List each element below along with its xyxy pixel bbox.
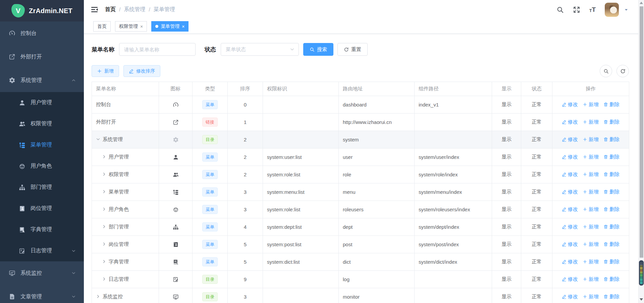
expand-row-icon[interactable] [102,277,106,281]
edit-row-link[interactable]: 修改 [562,136,578,143]
sidebar-item-monitor[interactable]: 系统监控 [0,261,84,285]
add-row-link[interactable]: 新增 [583,224,599,230]
scroll-down-icon[interactable] [640,298,643,301]
edit-row-link[interactable]: 修改 [562,171,578,178]
tab-menu-management[interactable]: 菜单管理 × [151,21,189,32]
sidebar-item-article[interactable]: 文章管理 [0,285,84,303]
add-row-link[interactable]: 新增 [583,294,599,300]
collapse-row-icon[interactable] [96,137,100,141]
edit-row-link[interactable]: 修改 [562,189,578,195]
add-row-link[interactable]: 新增 [583,101,599,108]
delete-row-link[interactable]: 删除 [603,259,620,265]
add-row-link[interactable]: 新增 [583,119,599,125]
component-cell: system/roleusers/index [415,201,492,218]
menu-name-cell: 字典管理 [109,259,129,264]
delete-row-link[interactable]: 删除 [603,154,620,160]
add-row-link[interactable]: 新增 [583,189,599,195]
edit-row-link[interactable]: 修改 [562,241,578,248]
menu-name-cell: 岗位管理 [109,241,129,247]
add-row-link[interactable]: 新增 [583,259,599,265]
delete-row-link[interactable]: 删除 [603,171,620,178]
sidebar-item-log[interactable]: 日志管理 [0,240,84,261]
expand-row-icon[interactable] [102,189,106,194]
edit-icon [562,294,567,299]
add-row-link[interactable]: 新增 [583,206,599,213]
scroll-up-icon[interactable] [640,2,643,4]
expand-row-icon[interactable] [102,172,106,176]
log-icon [173,276,179,283]
trash-icon [603,172,608,177]
app-logo[interactable]: V ZrAdmin.NET [0,0,84,21]
edit-row-link[interactable]: 修改 [562,294,578,300]
sidebar-item-dictionary[interactable]: 字典管理 [0,219,84,240]
delete-row-link[interactable]: 删除 [603,241,620,248]
add-row-link[interactable]: 新增 [583,276,599,283]
breadcrumb-home[interactable]: 首页 [105,6,116,13]
expand-row-icon[interactable] [96,294,100,299]
scrollbar-minimap-widget[interactable] [639,260,644,286]
show-search-button[interactable] [600,65,612,77]
delete-row-link[interactable]: 删除 [603,101,620,108]
user-avatar[interactable] [605,3,619,17]
add-row-link[interactable]: 新增 [583,241,599,248]
expand-row-icon[interactable] [102,242,106,246]
delete-row-link[interactable]: 删除 [603,294,620,300]
sidebar-item-gear[interactable]: 系统管理 [0,69,84,92]
edit-row-link[interactable]: 修改 [562,154,578,160]
log-icon [19,248,25,254]
window-scrollbar[interactable] [638,0,644,303]
search-button[interactable]: 搜索 [303,43,333,56]
sidebar-collapse-icon[interactable] [90,5,99,14]
menu-name-cell: 外部打开 [96,119,116,125]
font-size-icon[interactable]: TT [589,6,596,13]
add-button[interactable]: 新增 [92,65,119,77]
add-row-link[interactable]: 新增 [583,171,599,178]
chevron-down-icon[interactable] [624,7,629,12]
plus-icon [583,277,587,282]
trash-icon [603,259,608,264]
sidebar-item-org-chart[interactable]: 部门管理 [0,177,84,198]
sidebar-item-robot[interactable]: 用户角色 [0,156,84,177]
sidebar-item-external-link[interactable]: 外部打开 [0,45,84,69]
tab-home[interactable]: 首页 [93,21,111,32]
sidebar-item-user[interactable]: 用户管理 [0,92,84,113]
expand-row-icon[interactable] [102,259,106,264]
perms-cell: system:dict:list [263,253,339,271]
sort-edit-button[interactable]: 修改排序 [123,65,160,77]
delete-row-link[interactable]: 删除 [603,189,620,195]
edit-row-link[interactable]: 修改 [562,101,578,108]
status-select[interactable]: 菜单状态 [221,43,299,56]
expand-row-icon[interactable] [102,224,106,229]
delete-row-link[interactable]: 删除 [603,119,620,125]
search-icon[interactable] [556,6,564,13]
close-icon[interactable]: × [182,24,184,29]
sidebar-item-id-badge[interactable]: 岗位管理 [0,198,84,219]
tab-permission[interactable]: 权限管理 × [115,21,147,32]
column-header: 类型 [193,82,228,96]
scrollbar-thumb[interactable] [640,6,643,258]
column-header: 状态 [521,82,552,96]
sidebar-item-dashboard[interactable]: 控制台 [0,21,84,45]
fullscreen-icon[interactable] [573,6,580,13]
close-icon[interactable]: × [140,24,143,29]
expand-row-icon[interactable] [102,207,106,211]
delete-row-link[interactable]: 删除 [603,136,620,143]
edit-row-link[interactable]: 修改 [562,224,578,230]
expand-row-icon[interactable] [102,155,106,159]
delete-row-link[interactable]: 删除 [603,224,620,230]
edit-row-link[interactable]: 修改 [562,259,578,265]
menu-name-input[interactable] [119,43,196,56]
sidebar-item-users[interactable]: 权限管理 [0,113,84,134]
refresh-table-button[interactable] [616,65,629,77]
delete-row-link[interactable]: 删除 [603,206,620,213]
edit-icon [562,155,567,159]
sidebar-item-menu-tree[interactable]: 菜单管理 [0,134,84,156]
add-row-link[interactable]: 新增 [583,136,599,143]
add-row-link[interactable]: 新增 [583,154,599,160]
reset-button[interactable]: 重置 [337,43,368,56]
order-cell: 3 [228,183,263,201]
delete-row-link[interactable]: 删除 [603,276,620,283]
edit-row-link[interactable]: 修改 [562,206,578,213]
edit-row-link[interactable]: 修改 [562,276,578,283]
edit-row-link[interactable]: 修改 [562,119,578,125]
